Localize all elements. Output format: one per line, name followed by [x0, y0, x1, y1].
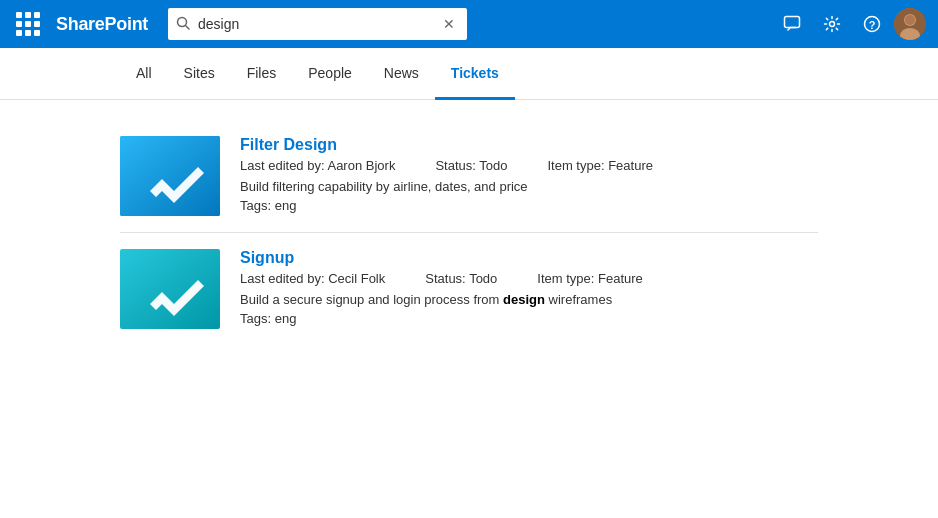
last-edited: Last edited by: Aaron Bjork: [240, 158, 395, 173]
svg-point-9: [905, 15, 915, 25]
tab-files[interactable]: Files: [231, 48, 293, 100]
tab-all[interactable]: All: [120, 48, 168, 100]
item-type: Item type: Feature: [547, 158, 653, 173]
result-item: Signup Last edited by: Cecil Folk Status…: [120, 233, 818, 345]
result-thumbnail: [120, 136, 220, 216]
tab-people[interactable]: People: [292, 48, 368, 100]
result-title[interactable]: Signup: [240, 249, 818, 267]
svg-text:?: ?: [869, 19, 876, 31]
svg-line-1: [186, 25, 190, 29]
search-results: Filter Design Last edited by: Aaron Bjor…: [0, 100, 938, 365]
chat-icon-button[interactable]: [774, 6, 810, 42]
result-details: Filter Design Last edited by: Aaron Bjor…: [240, 136, 818, 213]
result-details: Signup Last edited by: Cecil Folk Status…: [240, 249, 818, 326]
item-type: Item type: Feature: [537, 271, 643, 286]
svg-rect-10: [120, 136, 220, 216]
result-tags: Tags: eng: [240, 198, 818, 213]
settings-icon-button[interactable]: [814, 6, 850, 42]
status: Status: Todo: [435, 158, 507, 173]
result-item: Filter Design Last edited by: Aaron Bjor…: [120, 120, 818, 233]
result-thumbnail: [120, 249, 220, 329]
tab-tickets[interactable]: Tickets: [435, 48, 515, 100]
header-actions: ?: [774, 6, 926, 42]
search-box: ✕: [168, 8, 467, 40]
result-description: Build filtering capability by airline, d…: [240, 179, 818, 194]
result-title[interactable]: Filter Design: [240, 136, 818, 154]
svg-rect-2: [785, 17, 800, 28]
result-meta: Last edited by: Cecil Folk Status: Todo …: [240, 271, 818, 286]
svg-rect-12: [120, 249, 220, 329]
app-header: SharePoint ✕ ?: [0, 0, 938, 48]
search-input[interactable]: [194, 16, 439, 32]
last-edited: Last edited by: Cecil Folk: [240, 271, 385, 286]
user-avatar[interactable]: [894, 8, 926, 40]
search-icon: [176, 16, 190, 33]
result-description: Build a secure signup and login process …: [240, 292, 818, 307]
help-icon-button[interactable]: ?: [854, 6, 890, 42]
waffle-menu-button[interactable]: [12, 8, 44, 40]
status: Status: Todo: [425, 271, 497, 286]
tab-sites[interactable]: Sites: [168, 48, 231, 100]
navigation-tabs: All Sites Files People News Tickets: [0, 48, 938, 100]
search-clear-button[interactable]: ✕: [439, 14, 459, 34]
result-meta: Last edited by: Aaron Bjork Status: Todo…: [240, 158, 818, 173]
result-tags: Tags: eng: [240, 311, 818, 326]
svg-point-3: [830, 22, 835, 27]
app-name: SharePoint: [56, 14, 148, 35]
tab-news[interactable]: News: [368, 48, 435, 100]
